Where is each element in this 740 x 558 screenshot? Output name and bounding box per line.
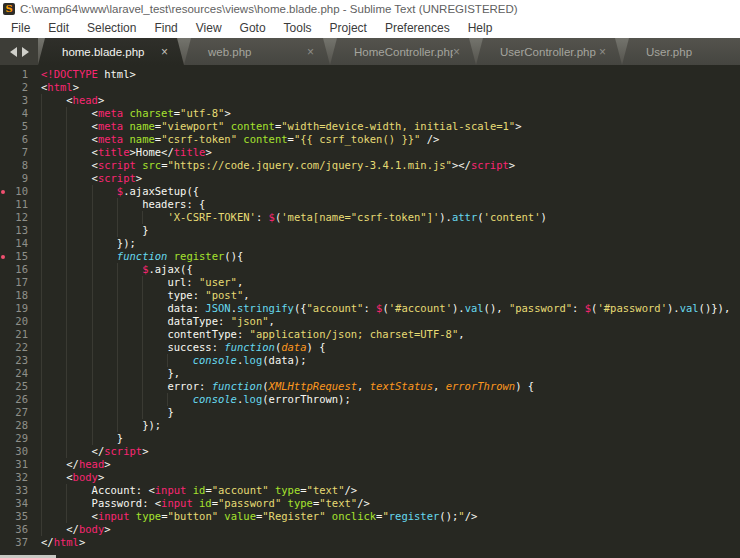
code-line[interactable]: 9 <script>: [0, 172, 740, 185]
code-line[interactable]: 13 }: [0, 224, 740, 237]
menu-item-preferences[interactable]: Preferences: [376, 19, 459, 37]
menu-item-file[interactable]: File: [2, 19, 39, 37]
line-number[interactable]: 28: [0, 419, 28, 432]
line-number[interactable]: 29: [0, 432, 28, 445]
code-line[interactable]: 17 url: "user",: [0, 276, 740, 289]
code-token: },: [167, 367, 180, 379]
menu-item-edit[interactable]: Edit: [39, 19, 78, 37]
menu-item-view[interactable]: View: [187, 19, 231, 37]
code-line[interactable]: 23 console.log(data);: [0, 354, 740, 367]
code-line[interactable]: 27 }: [0, 406, 740, 419]
line-number[interactable]: 16: [0, 263, 28, 276]
code-editor[interactable]: 1<!DOCTYPE html>2<html>3 <head>4 <meta c…: [0, 65, 740, 558]
line-number[interactable]: 26: [0, 393, 28, 406]
code-line[interactable]: 15 function register(){: [0, 250, 740, 263]
code-line[interactable]: 10 $.ajaxSetup({: [0, 185, 740, 198]
line-number[interactable]: 33: [0, 484, 28, 497]
line-number[interactable]: 22: [0, 341, 28, 354]
tab-HomeController.php[interactable]: HomeController.php×: [330, 38, 476, 65]
code-line[interactable]: 32 <body>: [0, 471, 740, 484]
code-line[interactable]: 12 'X-CSRF-TOKEN': $('meta[name="csrf-to…: [0, 211, 740, 224]
code-line[interactable]: 33 Account: <input id="account" type="te…: [0, 484, 740, 497]
code-line[interactable]: 35 <input type="button" value="Register"…: [0, 510, 740, 523]
line-number[interactable]: 31: [0, 458, 28, 471]
line-number[interactable]: 6: [0, 133, 28, 146]
line-number[interactable]: 21: [0, 328, 28, 341]
code-line[interactable]: 28 });: [0, 419, 740, 432]
code-line[interactable]: 3 <head>: [0, 94, 740, 107]
line-number[interactable]: 1: [0, 68, 28, 81]
code-line[interactable]: 1<!DOCTYPE html>: [0, 68, 740, 81]
menu-item-goto[interactable]: Goto: [231, 19, 275, 37]
code-line[interactable]: 21 contentType: "application/json; chars…: [0, 328, 740, 341]
title-bar[interactable]: S C:\wamp64\www\laravel_test\resources\v…: [0, 0, 740, 18]
line-number[interactable]: 14: [0, 237, 28, 250]
tab-scroll-right-icon[interactable]: [22, 47, 29, 57]
line-number[interactable]: 24: [0, 367, 28, 380]
code-line[interactable]: 36 </body>: [0, 523, 740, 536]
code-line[interactable]: 30 </script>: [0, 445, 740, 458]
code-line[interactable]: 37</html>: [0, 536, 740, 549]
line-number[interactable]: 30: [0, 445, 28, 458]
tab-close-icon[interactable]: ×: [307, 46, 314, 58]
code-line[interactable]: 20 dataType: "json",: [0, 315, 740, 328]
code-token: >: [136, 172, 142, 184]
code-line[interactable]: 5 <meta name="viewport" content="width=d…: [0, 120, 740, 133]
tab-close-icon[interactable]: ×: [161, 46, 168, 58]
line-number[interactable]: 27: [0, 406, 28, 419]
tab-web.php[interactable]: web.php×: [184, 38, 330, 65]
tab-home.blade.php[interactable]: home.blade.php×: [38, 38, 184, 65]
line-number[interactable]: 34: [0, 497, 28, 510]
line-number[interactable]: 17: [0, 276, 28, 289]
code-token: contentType:: [167, 328, 249, 340]
menu-item-help[interactable]: Help: [459, 19, 502, 37]
code-line[interactable]: 34 Password: <input id="password" type="…: [0, 497, 740, 510]
line-number[interactable]: 23: [0, 354, 28, 367]
code-line[interactable]: 22 success: function(data) {: [0, 341, 740, 354]
code-line[interactable]: 31 </head>: [0, 458, 740, 471]
line-number[interactable]: 36: [0, 523, 28, 536]
line-number[interactable]: 18: [0, 289, 28, 302]
line-number[interactable]: 35: [0, 510, 28, 523]
tab-scroll-left-icon[interactable]: [10, 47, 17, 57]
line-number[interactable]: 19: [0, 302, 28, 315]
code-line[interactable]: 11 headers: {: [0, 198, 740, 211]
menu-item-selection[interactable]: Selection: [78, 19, 145, 37]
line-number[interactable]: 8: [0, 159, 28, 172]
line-number[interactable]: 25: [0, 380, 28, 393]
code-line[interactable]: 6 <meta name="csrf-token" content="{{ cs…: [0, 133, 740, 146]
line-number[interactable]: 7: [0, 146, 28, 159]
code-line[interactable]: 19 data: JSON.stringify({"account": $('#…: [0, 302, 740, 315]
line-number[interactable]: 9: [0, 172, 28, 185]
code-line[interactable]: 4 <meta charset="utf-8">: [0, 107, 740, 120]
code-line[interactable]: 29 }: [0, 432, 740, 445]
code-line[interactable]: 26 console.log(errorThrown);: [0, 393, 740, 406]
code-line[interactable]: 25 error: function(XMLHttpRequest, textS…: [0, 380, 740, 393]
tab-bar: home.blade.php×web.php×HomeController.ph…: [0, 38, 740, 65]
code-line[interactable]: 24 },: [0, 367, 740, 380]
tab-UserController.php[interactable]: UserController.php×: [476, 38, 622, 65]
menu-item-project[interactable]: Project: [321, 19, 376, 37]
line-number[interactable]: 5: [0, 120, 28, 133]
tab-close-icon[interactable]: ×: [453, 46, 460, 58]
menu-item-find[interactable]: Find: [145, 19, 186, 37]
code-line[interactable]: 7 <title>Home</title>: [0, 146, 740, 159]
code-line[interactable]: 8 <script src="https://code.jquery.com/j…: [0, 159, 740, 172]
code-token: "csrf-token": [161, 133, 237, 145]
code-line[interactable]: 14 });: [0, 237, 740, 250]
line-number[interactable]: 20: [0, 315, 28, 328]
line-number[interactable]: 13: [0, 224, 28, 237]
line-number[interactable]: 11: [0, 198, 28, 211]
menu-item-tools[interactable]: Tools: [275, 19, 321, 37]
line-number[interactable]: 3: [0, 94, 28, 107]
line-number[interactable]: 2: [0, 81, 28, 94]
line-number[interactable]: 32: [0, 471, 28, 484]
line-number[interactable]: 37: [0, 536, 28, 549]
tab-User.php[interactable]: User.php×: [622, 38, 740, 65]
line-number[interactable]: 12: [0, 211, 28, 224]
code-line[interactable]: 16 $.ajax({: [0, 263, 740, 276]
line-number[interactable]: 4: [0, 107, 28, 120]
code-line[interactable]: 2<html>: [0, 81, 740, 94]
tab-close-icon[interactable]: ×: [599, 46, 606, 58]
code-line[interactable]: 18 type: "post",: [0, 289, 740, 302]
